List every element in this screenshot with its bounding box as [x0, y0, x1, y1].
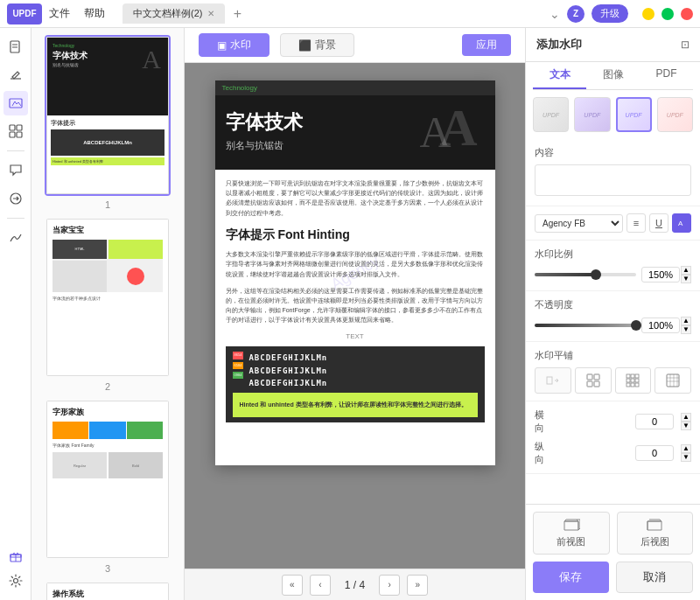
scale-slider[interactable] — [535, 273, 636, 276]
tile-grid-3x3[interactable] — [615, 367, 652, 394]
x-input[interactable] — [635, 414, 674, 429]
watermark-icon: ▣ — [217, 39, 227, 52]
preset-2-label: UPDF — [584, 112, 600, 118]
pdf-abc-block: 8654 6584 0984 ABCDEFGHIJKLMn ABCDEFGHIJ… — [226, 346, 485, 422]
font-select[interactable]: Agency FB — [535, 214, 623, 233]
first-page-button[interactable]: « — [282, 575, 303, 596]
tool-edit[interactable] — [4, 63, 28, 87]
tab-title: 中文文档样例(2) — [133, 7, 202, 20]
preset-3-label: UPDF — [626, 112, 642, 118]
tab-image[interactable]: 图像 — [586, 62, 640, 89]
close-button[interactable]: ✕ — [681, 8, 693, 20]
thumbnail-1[interactable]: Technology 字体技术 别名与抗锯齿 A 字体提示 ABCDEFGHIJ… — [38, 35, 177, 210]
tool-watermark[interactable] — [4, 91, 28, 115]
svg-rect-20 — [626, 374, 630, 378]
opacity-slider-thumb[interactable] — [631, 320, 641, 331]
y-up-button[interactable]: ▲ — [681, 444, 691, 453]
document-tab[interactable]: 中文文档样例(2) ✕ — [122, 3, 225, 24]
watermark-tab-button[interactable]: ▣ 水印 — [199, 33, 270, 57]
save-button[interactable]: 保存 — [533, 562, 609, 593]
upgrade-button[interactable]: 升级 — [592, 4, 628, 23]
tile-grid — [535, 367, 691, 394]
tool-sign[interactable] — [4, 226, 28, 250]
maximize-button[interactable]: □ — [662, 8, 674, 20]
scale-slider-thumb[interactable] — [591, 269, 601, 280]
minimize-button[interactable]: ─ — [642, 8, 654, 20]
preset-3[interactable]: UPDF — [616, 97, 652, 132]
front-view-button[interactable]: 前视图 — [533, 512, 610, 555]
thumbnail-3[interactable]: 字形家族 字体家族 Font Family Regular Bold 3 — [38, 399, 177, 574]
thumbnail-2[interactable]: 当家宝宝 HTML 字体流的若干种多点设计 2 — [38, 217, 177, 392]
tab-text[interactable]: 文本 — [533, 62, 586, 89]
cancel-button[interactable]: 取消 — [616, 562, 694, 593]
pdf-viewer: Agency Technology 字体技术 别名与抗锯齿 A A 只要快速浏览… — [185, 63, 525, 569]
tile-single-left[interactable] — [535, 367, 571, 394]
back-view-button[interactable]: 后视图 — [617, 512, 694, 555]
preset-4[interactable]: UPDF — [657, 97, 693, 132]
underline-button[interactable]: U — [649, 213, 668, 233]
menu-file[interactable]: 文件 — [49, 6, 70, 21]
scale-slider-row: ▲ ▼ — [535, 266, 691, 283]
last-page-button[interactable]: » — [407, 575, 428, 596]
svg-rect-21 — [631, 374, 634, 378]
tool-separator-2 — [7, 218, 24, 219]
new-tab-button[interactable]: + — [228, 5, 246, 23]
scale-stepper: ▲ ▼ — [681, 266, 691, 283]
svg-rect-16 — [587, 374, 592, 380]
scale-up-button[interactable]: ▲ — [681, 266, 691, 275]
preset-2[interactable]: UPDF — [574, 97, 610, 132]
opacity-down-button[interactable]: ▼ — [681, 325, 691, 334]
preset-1[interactable]: UPDF — [533, 97, 569, 132]
thumb-wrapper-2: 当家宝宝 HTML 字体流的若干种多点设计 — [45, 217, 171, 378]
tool-gift[interactable] — [4, 544, 28, 569]
menu-help[interactable]: 帮助 — [84, 6, 105, 21]
front-view-label: 前视图 — [534, 535, 609, 548]
content-input[interactable] — [535, 164, 691, 196]
next-page-button[interactable]: › — [379, 575, 400, 596]
x-up-button[interactable]: ▲ — [681, 413, 691, 422]
tab-pdf[interactable]: PDF — [640, 62, 693, 89]
svg-rect-22 — [635, 374, 639, 378]
font-row: Agency FB ≡ U A — [535, 213, 691, 233]
apply-button[interactable]: 应用 — [462, 34, 511, 56]
titlebar: UPDF 文件 帮助 中文文档样例(2) ✕ + ⌄ Z 升级 ─ □ ✕ — [0, 0, 700, 28]
panel-expand-icon[interactable]: ⊡ — [681, 38, 690, 51]
svg-rect-18 — [587, 381, 592, 387]
svg-rect-15 — [547, 377, 552, 384]
pdf-title-block: 字体技术 别名与抗锯齿 A A — [215, 95, 495, 170]
pdf-tech-bar: Technology — [215, 80, 495, 95]
scale-down-button[interactable]: ▼ — [681, 275, 691, 283]
prev-page-button[interactable]: ‹ — [310, 575, 331, 596]
svg-rect-23 — [626, 379, 630, 382]
opacity-stepper: ▲ ▼ — [681, 317, 691, 334]
tool-page[interactable] — [4, 35, 28, 59]
svg-rect-17 — [594, 374, 599, 380]
tab-close-icon[interactable]: ✕ — [207, 9, 214, 18]
align-left-button[interactable]: ≡ — [626, 213, 646, 233]
thumbnail-4[interactable]: 操作系统 TrueType 和 OpenType 4 — [38, 581, 177, 600]
y-down-button[interactable]: ▼ — [681, 453, 691, 462]
back-view-label: 后视图 — [618, 535, 693, 548]
tool-settings[interactable] — [4, 569, 28, 593]
x-label: 横向 — [535, 408, 552, 435]
pdf-section-title: 字体提示 Font Hinting — [226, 225, 485, 244]
opacity-value-input[interactable] — [641, 317, 680, 333]
tool-convert[interactable] — [4, 186, 28, 211]
user-avatar[interactable]: Z — [567, 5, 584, 23]
tool-comment[interactable] — [4, 158, 28, 183]
tile-grid-2x2[interactable] — [575, 367, 612, 394]
background-tab-button[interactable]: ⬛ 背景 — [280, 33, 354, 57]
tool-organize[interactable] — [4, 119, 28, 143]
expand-icon[interactable]: ⌄ — [550, 7, 560, 21]
svg-rect-6 — [17, 125, 22, 130]
scale-value-input[interactable] — [641, 267, 680, 283]
color-button[interactable]: A — [672, 213, 691, 233]
tile-full[interactable] — [654, 367, 691, 394]
pdf-a-display-2: A — [419, 107, 451, 157]
pdf-abc-rows: 8654 6584 0984 ABCDEFGHIJKLMn ABCDEFGHIJ… — [233, 352, 478, 389]
watermark-toolbar: ▣ 水印 ⬛ 背景 应用 — [185, 28, 525, 63]
opacity-slider[interactable] — [535, 324, 636, 327]
x-down-button[interactable]: ▼ — [681, 422, 691, 430]
y-input[interactable] — [635, 445, 674, 461]
opacity-up-button[interactable]: ▲ — [681, 317, 691, 325]
